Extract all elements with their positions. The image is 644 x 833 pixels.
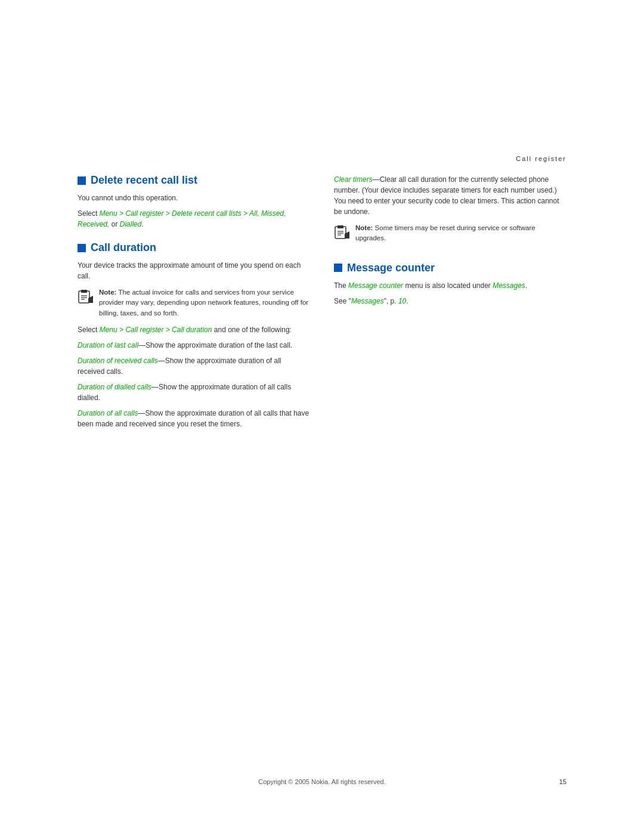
mc-body1-prefix: The <box>334 281 348 290</box>
select-suffix: and one of the following: <box>212 326 291 334</box>
delete-body2-link2: Dialled <box>120 220 142 228</box>
clear-timers-label: Clear timers <box>334 175 373 184</box>
mc-body2-link: Messages <box>351 297 384 305</box>
note-icon <box>78 289 94 305</box>
page-footer: Copyright © 2005 Nokia. All rights reser… <box>0 778 644 785</box>
call-duration-note-text: Note: The actual invoice for calls and s… <box>99 287 310 318</box>
delete-section-heading: Delete recent call list <box>78 174 310 187</box>
term-all-label: Duration of all calls <box>78 409 138 417</box>
message-counter-heading: Message counter <box>334 262 566 274</box>
delete-body2-suffix: or <box>109 220 119 228</box>
term-last-call-desc: —Show the approximate duration of the la… <box>138 341 292 349</box>
message-counter-body2: See "Messages", p. 10. <box>334 296 566 306</box>
duration-terms-list: Duration of last call—Show the approxima… <box>78 340 310 429</box>
mc-body1-link2: Messages <box>493 281 525 290</box>
message-counter-title: Message counter <box>347 262 435 274</box>
note2-icon <box>334 224 351 241</box>
term-all-calls: Duration of all calls—Show the approxima… <box>78 408 310 429</box>
page-header: Call register <box>0 0 644 168</box>
mc-body2-end: . <box>406 297 408 305</box>
note2-body: Some timers may be reset during service … <box>355 224 535 241</box>
svg-marker-5 <box>88 296 93 303</box>
delete-body2-prefix: Select <box>78 209 100 218</box>
term-last-call-label: Duration of last call <box>78 341 138 349</box>
page-number: 15 <box>559 778 566 785</box>
term-received-calls: Duration of received calls—Show the appr… <box>78 355 310 377</box>
delete-section-icon <box>78 176 86 185</box>
mc-body2-prefix: See " <box>334 297 351 305</box>
select-prefix: Select <box>78 326 100 334</box>
footer-copyright: Copyright © 2005 Nokia. All rights reser… <box>258 778 386 785</box>
mc-body1-link: Message counter <box>348 281 403 290</box>
right-column: Clear timers—Clear all call duration for… <box>334 174 566 434</box>
delete-body2: Select Menu > Call register > Delete rec… <box>78 208 310 230</box>
delete-section-title: Delete recent call list <box>91 174 197 187</box>
mc-body2-page: 10 <box>398 297 406 305</box>
call-duration-title: Call duration <box>91 241 156 254</box>
timers-note: Note: Some timers may be reset during se… <box>334 223 566 244</box>
page: Call register Delete recent call list Yo… <box>0 0 644 833</box>
header-title: Call register <box>516 155 566 162</box>
call-duration-icon <box>78 244 86 252</box>
call-duration-note: Note: The actual invoice for calls and s… <box>78 287 310 318</box>
call-duration-heading: Call duration <box>78 241 310 254</box>
message-counter-body1: The Message counter menu is also located… <box>334 280 566 291</box>
select-link: Menu > Call register > Call duration <box>100 326 212 334</box>
term-dialled-calls: Duration of dialled calls—Show the appro… <box>78 382 310 403</box>
clear-timers-term: Clear timers—Clear all call duration for… <box>334 174 566 217</box>
note-body: The actual invoice for calls and service… <box>99 289 308 317</box>
note2-label: Note: <box>355 224 373 231</box>
svg-rect-1 <box>81 290 87 293</box>
left-column: Delete recent call list You cannot undo … <box>78 174 310 434</box>
delete-body2-end: . <box>141 220 143 228</box>
content-area: Delete recent call list You cannot undo … <box>0 168 644 458</box>
timers-note-text: Note: Some timers may be reset during se… <box>355 223 566 244</box>
call-duration-select: Select Menu > Call register > Call durat… <box>78 324 310 335</box>
message-counter-section: Message counter The Message counter menu… <box>334 262 566 306</box>
svg-marker-11 <box>345 231 349 239</box>
term-last-call: Duration of last call—Show the approxima… <box>78 340 310 351</box>
mc-body1-end: . <box>525 281 527 290</box>
delete-body1: You cannot undo this operation. <box>78 193 310 203</box>
mc-body2-mid: ", p. <box>384 297 398 305</box>
svg-rect-7 <box>338 225 343 228</box>
call-duration-body1: Your device tracks the approximate amoun… <box>78 260 310 281</box>
message-counter-icon <box>334 264 342 272</box>
term-dialled-label: Duration of dialled calls <box>78 383 151 391</box>
note-label: Note: <box>99 289 116 296</box>
term-received-label: Duration of received calls <box>78 357 158 365</box>
mc-body1-mid: menu is also located under <box>403 281 493 290</box>
